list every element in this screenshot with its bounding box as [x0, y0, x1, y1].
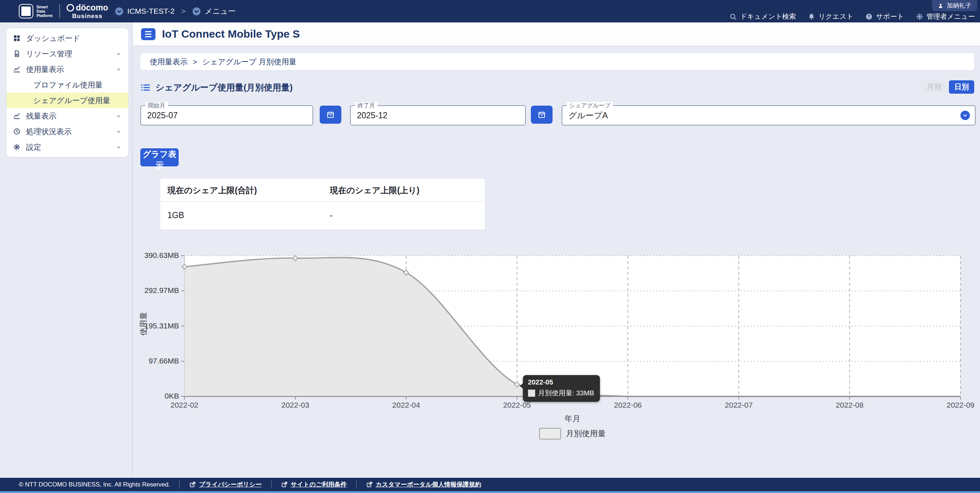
- table-cell: -: [323, 202, 485, 230]
- chevron-circle-icon: [192, 7, 201, 16]
- section-header: シェアグループ使用量(月別使用量) 月別 日別: [140, 80, 974, 95]
- external-link-icon: [366, 481, 373, 488]
- share-limit-table: 現在のシェア上限(合計)現在のシェア上限(上り) 1GB-: [160, 179, 485, 230]
- docomo-business-logo: döcomo Business: [67, 4, 108, 19]
- chevron-down-icon: [115, 113, 122, 119]
- sidebar-item-処理状況表示[interactable]: 処理状況表示: [6, 124, 128, 139]
- chevron-down-icon: [115, 144, 122, 151]
- x-axis-tick-label: 2022-03: [274, 401, 317, 409]
- menu-selector[interactable]: メニュー: [192, 6, 235, 16]
- sidebar-item-設定[interactable]: 設定: [6, 139, 128, 155]
- start-month-label: 開始月: [145, 102, 168, 110]
- x-axis-tick-label: 2022-06: [606, 401, 649, 409]
- sidebar-item-シェアグループ使用量[interactable]: シェアグループ使用量: [6, 92, 128, 108]
- share-group-select[interactable]: シェアグループ グループA: [562, 105, 976, 126]
- topbar-link-bell[interactable]: リクエスト: [808, 12, 853, 21]
- chart-icon: [13, 112, 21, 120]
- monthly-toggle-button[interactable]: 月別: [921, 80, 947, 94]
- sidebar-menu: ダッシュボードリソース管理使用量表示プロファイル使用量シェアグループ使用量残量表…: [6, 28, 128, 157]
- user-chip[interactable]: 加納礼子: [932, 0, 977, 11]
- title-bar: IoT Connect Mobile Type S: [133, 22, 980, 46]
- user-name: 加納礼子: [947, 2, 971, 10]
- sidebar-item-残量表示[interactable]: 残量表示: [6, 108, 128, 124]
- workspace-label: ICMS-TEST-2: [127, 7, 175, 16]
- clock-icon: [13, 128, 21, 135]
- start-month-calendar-button[interactable]: [320, 106, 341, 124]
- sidebar-item-ダッシュボード[interactable]: ダッシュボード: [6, 30, 128, 46]
- list-icon: [140, 83, 150, 92]
- share-group-label: シェアグループ: [567, 102, 613, 110]
- workspace-selector[interactable]: ICMS-TEST-2: [115, 7, 175, 16]
- bottom-accent-strip: [0, 491, 980, 493]
- smart-data-platform-label: Smart Data Platform: [37, 5, 53, 18]
- topbar-left: Smart Data Platform döcomo Business ICMS…: [19, 0, 236, 22]
- end-month-calendar-button[interactable]: [531, 106, 552, 124]
- sidebar: ダッシュボードリソース管理使用量表示プロファイル使用量シェアグループ使用量残量表…: [0, 22, 133, 478]
- x-axis-tick-label: 2022-09: [939, 401, 980, 409]
- footer-link[interactable]: プライバシーポリシー: [189, 480, 261, 489]
- chevron-down-icon: [115, 51, 122, 57]
- footer-link[interactable]: サイトのご利用条件: [281, 480, 347, 489]
- tooltip-title: 2022-05: [528, 378, 594, 386]
- chart-icon: [13, 65, 21, 73]
- tooltip-swatch: [528, 390, 535, 397]
- x-axis-tick-label: 2022-04: [384, 401, 428, 409]
- sidebar-item-プロファイル使用量[interactable]: プロファイル使用量: [6, 77, 128, 92]
- y-axis-tick-label: 195.31MB: [125, 321, 179, 330]
- x-axis-tick-label: 2022-07: [717, 401, 760, 409]
- smart-data-platform-logo: [19, 4, 33, 18]
- topbar-link-help[interactable]: ?サポート: [865, 12, 904, 21]
- start-month-field[interactable]: 開始月 2025-07: [140, 105, 313, 126]
- end-month-field[interactable]: 終了月 2025-12: [350, 105, 526, 126]
- breadcrumb-item[interactable]: 使用量表示: [150, 57, 188, 67]
- y-axis-tick-label: 0KB: [125, 392, 179, 401]
- x-axis-tick-label: 2022-08: [828, 401, 871, 409]
- x-axis-tick-label: 2022-02: [163, 401, 206, 409]
- svg-text:?: ?: [868, 14, 871, 19]
- page-title: IoT Connect Mobile Type S: [162, 28, 300, 40]
- y-axis-tick-label: 292.97MB: [125, 286, 179, 295]
- breadcrumb-separator: >: [193, 57, 197, 66]
- person-icon: [938, 3, 943, 9]
- show-graph-button[interactable]: グラフ表示: [140, 148, 179, 166]
- sidebar-item-使用量表示[interactable]: 使用量表示: [6, 62, 128, 77]
- topbar-separator: >: [181, 7, 186, 16]
- legend-label: 月別使用量: [566, 428, 606, 439]
- topbar-link-gear[interactable]: 管理者メニュー: [916, 12, 975, 21]
- end-month-label: 終了月: [355, 102, 377, 110]
- footer-link[interactable]: カスタマーポータル個人情報保護規約: [366, 480, 481, 489]
- chevron-down-icon: [115, 129, 122, 135]
- section-title: シェアグループ使用量(月別使用量): [156, 82, 293, 93]
- topbar-link-search[interactable]: ドキュメント検索: [729, 12, 796, 21]
- legend-swatch: [539, 428, 561, 439]
- share-limit-table-card: 現在のシェア上限(合計)現在のシェア上限(上り) 1GB-: [160, 179, 485, 230]
- bell-icon: [808, 13, 815, 21]
- daily-toggle-button[interactable]: 日別: [949, 80, 974, 94]
- search-icon: [729, 13, 737, 21]
- y-axis-tick-label: 97.66MB: [125, 357, 179, 365]
- breadcrumb-card: 使用量表示>シェアグループ 月別使用量: [140, 53, 974, 70]
- breadcrumb-item: シェアグループ 月別使用量: [202, 57, 296, 67]
- x-axis-tick-label: 2022-05: [495, 401, 539, 409]
- breadcrumb: 使用量表示>シェアグループ 月別使用量: [150, 57, 296, 67]
- topbar: Smart Data Platform döcomo Business ICMS…: [0, 0, 980, 22]
- sidebar-item-リソース管理[interactable]: リソース管理: [6, 46, 128, 62]
- y-axis-tick-label: 390.63MB: [125, 251, 179, 260]
- chart-legend: 月別使用量: [185, 428, 961, 439]
- chevron-up-icon: [115, 66, 122, 73]
- share-group-value: グループA: [562, 106, 975, 125]
- gear-icon: [13, 143, 21, 151]
- docomo-ring-icon: [67, 4, 74, 11]
- table-header: 現在のシェア上限(上り): [323, 179, 485, 202]
- chevron-down-icon[interactable]: [961, 111, 970, 120]
- copyright-text: © NTT DOCOMO BUSINESS, Inc. All Rights R…: [19, 481, 170, 488]
- hamburger-menu-button[interactable]: [141, 28, 156, 40]
- table-cell: 1GB: [160, 202, 323, 230]
- chevron-circle-icon: [115, 7, 124, 16]
- table-header: 現在のシェア上限(合計): [160, 179, 323, 202]
- chart-tooltip: 2022-05 月別使用量: 33MB: [523, 375, 600, 402]
- dashboard-icon: [13, 34, 21, 42]
- topbar-divider: [59, 4, 60, 18]
- gear-icon: [916, 13, 924, 21]
- x-axis-title: 年月: [551, 413, 594, 424]
